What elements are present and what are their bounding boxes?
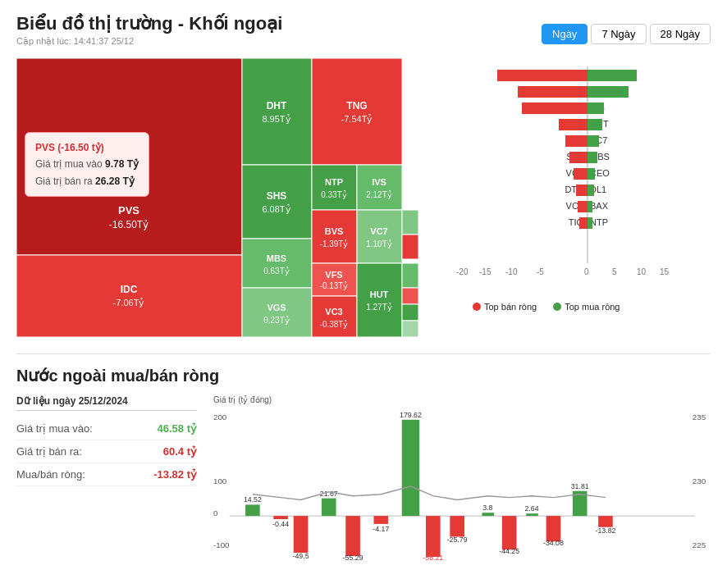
svg-rect-21	[312, 165, 357, 210]
svg-text:5: 5	[612, 267, 617, 276]
chart-svg: 235 230 225 200 100 0 -100 14.52	[213, 406, 711, 562]
svg-text:-7.06Tỷ: -7.06Tỷ	[113, 298, 145, 308]
svg-text:2.64: 2.64	[524, 504, 538, 513]
svg-rect-121	[450, 516, 464, 536]
svg-text:-7.54Tỷ: -7.54Tỷ	[341, 114, 373, 124]
time-btn-ngay[interactable]: Ngày	[542, 24, 588, 44]
svg-text:VFS: VFS	[325, 270, 342, 280]
svg-rect-42	[402, 210, 418, 235]
data-table: Dữ liệu ngày 25/12/2024 Giá trị mua vào:…	[16, 395, 197, 559]
tooltip-buy-label: Giá trị mua vào	[35, 158, 103, 170]
svg-rect-54	[518, 86, 588, 98]
svg-rect-44	[402, 263, 418, 288]
svg-text:1.27Tỷ: 1.27Tỷ	[366, 303, 392, 312]
svg-rect-50	[497, 70, 588, 81]
svg-text:-13.82: -13.82	[596, 526, 616, 535]
chart-legend: Top bán ròng Top mua ròng	[473, 302, 719, 312]
hbar-svg: PVS DHT TNG SHS IDC IVS BVS HUT	[456, 66, 719, 296]
svg-text:0: 0	[213, 508, 218, 517]
svg-text:0.63Tỷ: 0.63Tỷ	[263, 267, 290, 276]
time-btn-28ngay[interactable]: 28 Ngày	[650, 24, 711, 44]
svg-rect-76	[588, 168, 595, 180]
svg-text:MBS: MBS	[267, 253, 286, 263]
svg-text:31.81: 31.81	[571, 482, 589, 490]
svg-text:-25.79: -25.79	[447, 536, 468, 544]
svg-text:BAX: BAX	[590, 201, 609, 211]
svg-rect-33	[312, 263, 357, 296]
svg-text:-56.21: -56.21	[423, 554, 443, 562]
svg-text:100: 100	[213, 476, 227, 485]
svg-text:IDC: IDC	[121, 284, 138, 295]
svg-text:-55.29: -55.29	[343, 554, 364, 562]
svg-text:-0.44: -0.44	[272, 520, 289, 528]
svg-text:0.23Tỷ: 0.23Tỷ	[263, 316, 290, 325]
svg-text:10: 10	[637, 267, 647, 276]
page-title: Biểu đồ thị trường - Khối ngoại	[16, 13, 282, 34]
svg-rect-56	[588, 86, 629, 98]
svg-rect-105	[245, 504, 260, 516]
svg-text:3.8: 3.8	[482, 504, 492, 512]
svg-rect-18	[242, 288, 312, 337]
svg-text:1.10Tỷ: 1.10Tỷ	[366, 239, 392, 248]
svg-rect-62	[559, 119, 588, 130]
svg-rect-24	[357, 165, 402, 210]
svg-rect-84	[588, 201, 592, 212]
svg-rect-127	[526, 513, 538, 516]
update-time: Cập nhật lúc: 14:41:37 25/12	[16, 36, 282, 47]
svg-text:-49.5: -49.5	[293, 552, 309, 560]
svg-rect-12	[242, 165, 312, 239]
svg-rect-119	[426, 516, 441, 557]
section-divider	[16, 353, 711, 354]
legend-sell-label: Top bán ròng	[484, 302, 537, 312]
net-label: Mua/bán ròng:	[16, 468, 85, 481]
svg-text:235: 235	[693, 413, 706, 422]
svg-text:-1.39Tỷ: -1.39Tỷ	[320, 239, 349, 248]
svg-text:PVS: PVS	[118, 204, 139, 217]
svg-rect-125	[502, 516, 517, 549]
sell-value: 60.4 tỷ	[163, 445, 197, 458]
svg-text:14.52: 14.52	[244, 495, 262, 504]
svg-rect-115	[373, 516, 388, 524]
svg-rect-30	[357, 210, 402, 263]
svg-rect-74	[574, 168, 588, 180]
svg-text:BVS: BVS	[325, 226, 344, 236]
svg-rect-9	[312, 58, 402, 165]
data-date: Dữ liệu ngày 25/12/2024	[16, 395, 197, 411]
svg-text:6.08Tỷ: 6.08Tỷ	[262, 204, 290, 214]
treemap: PVS (-16.50 tỷ) Giá trị mua vào 9.78 Tỷ …	[16, 58, 443, 337]
svg-text:0: 0	[584, 267, 589, 276]
svg-rect-123	[482, 513, 494, 516]
svg-rect-80	[588, 185, 594, 196]
svg-text:NTP: NTP	[590, 217, 608, 227]
svg-text:IVS: IVS	[372, 177, 386, 187]
svg-rect-27	[312, 210, 357, 263]
svg-rect-82	[578, 201, 588, 212]
svg-rect-64	[588, 119, 602, 130]
svg-rect-60	[588, 103, 604, 114]
legend-sell-icon	[473, 303, 481, 311]
svg-text:TNG: TNG	[346, 100, 367, 112]
svg-text:-34.08: -34.08	[543, 539, 564, 547]
svg-rect-58	[522, 103, 588, 114]
svg-text:-0.13Tỷ: -0.13Tỷ	[320, 281, 349, 290]
svg-text:-100: -100	[213, 540, 230, 549]
svg-rect-88	[588, 217, 592, 229]
svg-text:-16.50Tỷ: -16.50Tỷ	[109, 219, 149, 230]
svg-text:15: 15	[660, 267, 670, 276]
svg-text:HUT: HUT	[370, 289, 389, 299]
svg-rect-109	[294, 516, 309, 553]
svg-text:NTP: NTP	[325, 177, 343, 187]
svg-rect-43	[402, 235, 418, 259]
svg-text:-44.25: -44.25	[499, 547, 519, 555]
net-value: -13.82 tỷ	[153, 468, 197, 481]
svg-rect-3	[16, 255, 242, 337]
svg-text:DHT: DHT	[267, 100, 287, 112]
svg-rect-129	[546, 516, 561, 541]
svg-rect-68	[588, 135, 599, 147]
time-btn-7ngay[interactable]: 7 Ngày	[591, 24, 646, 44]
buy-value: 46.58 tỷ	[158, 422, 197, 435]
svg-rect-6	[242, 58, 312, 165]
svg-text:8.95Tỷ: 8.95Tỷ	[262, 114, 290, 124]
svg-rect-47	[402, 321, 418, 337]
svg-text:200: 200	[213, 413, 227, 422]
